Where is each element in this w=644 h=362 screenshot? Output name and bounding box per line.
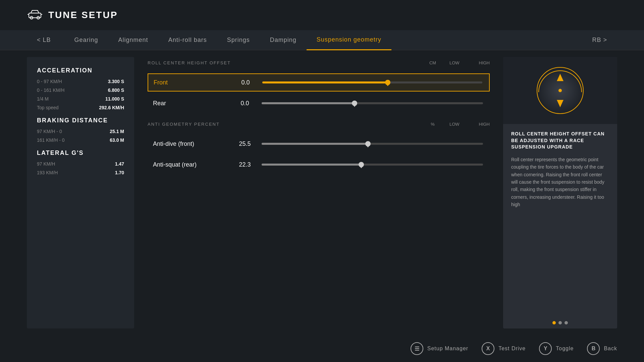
setup-manager-button[interactable]: ☰ Setup Manager [411, 342, 468, 355]
front-slider-label: Front [148, 79, 235, 86]
menu-icon: ☰ [411, 342, 423, 355]
roll-center-unit: CM [423, 60, 443, 65]
stat-brake-97-label: 97 KM/H - 0 [37, 129, 62, 134]
tab-alignment[interactable]: Alignment [108, 30, 158, 50]
stat-lateral-193-label: 193 KM/H [37, 170, 58, 175]
stat-lateral-97-value: 1.47 [115, 161, 124, 167]
anti-squat-track[interactable] [262, 164, 483, 166]
stat-quarter-mile-label: 1/4 M [37, 96, 49, 102]
stat-top-speed-label: Top speed [37, 105, 59, 110]
lateral-g-title: LATERAL G'S [37, 149, 124, 157]
stat-0-97-label: 0 - 97 KM/H [37, 79, 62, 84]
roll-center-high: HIGH [470, 60, 490, 65]
tab-suspension-geometry[interactable]: Suspension geometry [307, 30, 391, 50]
y-icon: Y [539, 342, 552, 355]
tuning-panel: ROLL CENTER HEIGHT OFFSET CM LOW HIGH Fr… [141, 57, 496, 328]
stat-0-161-label: 0 - 161 KM/H [37, 87, 64, 93]
compass-arrow-down [557, 100, 564, 107]
front-slider-value: 0.0 [235, 79, 256, 86]
stat-0-161: 0 - 161 KM/H 6.800 S [37, 87, 124, 93]
tab-springs[interactable]: Springs [217, 30, 260, 50]
info-panel-title: ROLL CENTER HEIGHT OFFSET CAN BE ADJUSTE… [511, 131, 609, 150]
anti-dive-value: 25.5 [235, 140, 255, 147]
stat-lateral-97-label: 97 KM/H [37, 161, 55, 167]
stats-panel: ACCELERATION 0 - 97 KM/H 3.300 S 0 - 161… [27, 57, 134, 328]
dot-1[interactable] [552, 321, 556, 324]
anti-squat-fill [262, 164, 361, 166]
stat-brake-161-label: 161 KM/H - 0 [37, 137, 64, 143]
anti-geometry-header: ANTI GEOMETRY PERCENT % LOW HIGH [148, 122, 490, 129]
info-panel-description: Roll center represents the geometric poi… [511, 156, 609, 208]
stat-top-speed-value: 292.6 KM/H [99, 105, 124, 110]
rear-slider-arrow [353, 104, 357, 107]
stat-0-97-value: 3.300 S [108, 79, 124, 84]
b-icon: B [587, 342, 600, 355]
roll-center-low: LOW [449, 60, 470, 65]
page-title: TUNE SETUP [48, 10, 118, 20]
rear-slider-value: 0.0 [235, 100, 255, 107]
roll-center-label: ROLL CENTER HEIGHT OFFSET [148, 60, 423, 65]
anti-squat-arrow [359, 166, 363, 168]
footer: ☰ Setup Manager X Test Drive Y Toggle B … [0, 335, 644, 362]
anti-squat-label: Anti-squat (rear) [148, 161, 235, 168]
braking-title: BRAKING DISTANCE [37, 117, 124, 124]
stat-0-97: 0 - 97 KM/H 3.300 S [37, 79, 124, 84]
stat-brake-97-value: 25.1 M [110, 129, 124, 134]
rear-slider-label: Rear [148, 100, 235, 107]
header: TUNE SETUP [0, 0, 644, 30]
setup-manager-label: Setup Manager [427, 346, 468, 352]
stat-lateral-193-value: 1.70 [115, 170, 124, 175]
tab-anti-roll-bars[interactable]: Anti-roll bars [158, 30, 217, 50]
stat-brake-161: 161 KM/H - 0 63.0 M [37, 137, 124, 143]
front-slider-fill [262, 81, 388, 83]
front-slider-row[interactable]: Front 0.0 [148, 73, 490, 92]
info-panel-dots [503, 317, 617, 328]
anti-geometry-label: ANTI GEOMETRY PERCENT [148, 122, 423, 127]
stat-brake-161-value: 63.0 M [110, 137, 124, 143]
toggle-label: Toggle [556, 346, 574, 352]
main-content: ACCELERATION 0 - 97 KM/H 3.300 S 0 - 161… [0, 50, 644, 335]
stat-lateral-193: 193 KM/H 1.70 [37, 170, 124, 175]
nav-rb[interactable]: RB > [582, 30, 617, 50]
car-icon [27, 8, 43, 22]
nav-lb[interactable]: < LB [27, 30, 61, 50]
nav-tabs: < LB Gearing Alignment Anti-roll bars Sp… [0, 30, 644, 50]
info-panel-text: ROLL CENTER HEIGHT OFFSET CAN BE ADJUSTE… [503, 124, 617, 317]
roll-center-header: ROLL CENTER HEIGHT OFFSET CM LOW HIGH [148, 60, 490, 68]
anti-dive-fill [262, 143, 368, 145]
anti-squat-value: 22.3 [235, 161, 255, 168]
back-button[interactable]: B Back [587, 342, 617, 355]
toggle-button[interactable]: Y Toggle [539, 342, 574, 355]
stat-brake-97: 97 KM/H - 0 25.1 M [37, 129, 124, 134]
anti-dive-slider-row[interactable]: Anti-dive (front) 25.5 [148, 135, 490, 153]
stat-lateral-97: 97 KM/H 1.47 [37, 161, 124, 167]
stat-quarter-mile-value: 11.000 S [105, 96, 124, 102]
anti-geometry-low: LOW [449, 122, 470, 127]
stat-0-161-value: 6.800 S [108, 87, 124, 93]
anti-dive-label: Anti-dive (front) [148, 140, 235, 147]
info-panel-image [503, 57, 617, 124]
anti-geometry-unit: % [423, 122, 443, 127]
rear-slider-row[interactable]: Rear 0.0 [148, 94, 490, 112]
test-drive-label: Test Drive [498, 346, 526, 352]
dot-3[interactable] [565, 321, 568, 324]
anti-dive-arrow [366, 145, 370, 147]
stat-quarter-mile: 1/4 M 11.000 S [37, 96, 124, 102]
acceleration-title: ACCELERATION [37, 67, 124, 74]
dot-2[interactable] [558, 321, 562, 324]
front-slider-track[interactable] [262, 81, 482, 83]
tab-damping[interactable]: Damping [260, 30, 307, 50]
anti-geometry-high: HIGH [470, 122, 490, 127]
back-label: Back [604, 346, 617, 352]
x-icon: X [482, 342, 494, 355]
test-drive-button[interactable]: X Test Drive [482, 342, 526, 355]
tab-gearing[interactable]: Gearing [64, 30, 108, 50]
anti-dive-track[interactable] [262, 143, 483, 145]
rear-slider-track[interactable] [262, 102, 483, 104]
stat-top-speed: Top speed 292.6 KM/H [37, 105, 124, 110]
info-panel: ROLL CENTER HEIGHT OFFSET CAN BE ADJUSTE… [503, 57, 617, 328]
compass-arrow-up [557, 74, 564, 81]
front-slider-arrow [386, 83, 390, 86]
compass-graphic [537, 67, 584, 114]
anti-squat-slider-row[interactable]: Anti-squat (rear) 22.3 [148, 156, 490, 174]
